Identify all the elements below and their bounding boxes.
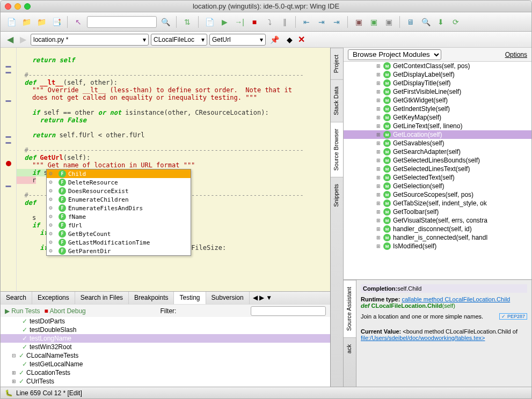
autocomplete-item[interactable]: ⚙ F fUrl	[47, 221, 191, 230]
autocomplete-item[interactable]: ⚙ F fName	[47, 212, 191, 221]
open-file-button[interactable]: 📁	[20, 16, 33, 28]
test-tree[interactable]: ✓ testDotParts ✓ testDoubleSlash ✓ testL…	[1, 317, 330, 387]
tree-item[interactable]: ✓ testGetLocalName	[1, 360, 330, 368]
module-item[interactable]: ⊞MGetSourceScopes(self, pos)	[344, 190, 531, 199]
expand-icon[interactable]: ⊞	[376, 132, 381, 137]
undo-button[interactable]: 📄	[203, 16, 216, 28]
expand-icon[interactable]: ⊞	[376, 72, 381, 77]
expand-icon[interactable]: ⊞	[376, 201, 381, 206]
module-item[interactable]: ⊞MGetLineText(self, lineno)	[344, 122, 531, 130]
runtime-type-link[interactable]: callable method CLocalFileLocation.Child	[402, 296, 510, 302]
expand-icon[interactable]: ⊞	[376, 158, 381, 163]
code-editor[interactable]: ▬ ▬ ▬ ▬ ▬ ▬	[1, 48, 330, 291]
expand-icon[interactable]: ⊞	[376, 80, 381, 86]
autocomplete-item[interactable]: ⚙ F GetByteCount	[47, 230, 191, 238]
module-item[interactable]: ⊞MIsModified(self)	[344, 242, 531, 250]
monitor-button[interactable]: 🖥	[404, 16, 417, 28]
refresh-button[interactable]: ⟳	[449, 16, 462, 28]
tab-search-in-files[interactable]: Search in Files	[75, 292, 129, 304]
nav-back-button[interactable]: ◀	[5, 34, 16, 45]
expand-icon[interactable]: ⊞	[376, 183, 381, 189]
module-item[interactable]: ⊞MGetSavables(self)	[344, 139, 531, 147]
expand-icon[interactable]: ⊞	[376, 243, 381, 249]
module-item[interactable]: ⊞MGetDisplayLabel(self)	[344, 70, 531, 79]
tab-stack-data[interactable]: Stack Data	[331, 79, 343, 122]
breakpoint3-button[interactable]: ▣	[382, 16, 395, 28]
tab-search[interactable]: Search	[1, 292, 32, 304]
tab-exceptions[interactable]: Exceptions	[32, 292, 75, 304]
expand-icon[interactable]: ⊞	[376, 226, 381, 232]
module-item[interactable]: ⊞MGetToolbar(self)	[344, 208, 531, 216]
autocomplete-item[interactable]: ⚙ F DeleteResource	[47, 178, 191, 187]
autocomplete-item[interactable]: ⚙ F Child	[47, 169, 191, 178]
step-button[interactable]: →|	[233, 16, 246, 28]
expand-icon[interactable]: ⊞	[376, 209, 381, 215]
module-tree[interactable]: ⊞MGetContextClass(self, pos) ⊞MGetDispla…	[344, 62, 531, 279]
tree-item[interactable]: ⊞ ✓ CLocationTests	[1, 368, 330, 377]
fold-marker[interactable]: ▬	[1, 182, 16, 188]
new-file-button[interactable]: 📄	[5, 16, 18, 28]
tree-item[interactable]: ✓ testDotParts	[1, 317, 330, 326]
expand-icon[interactable]: ⊞	[376, 98, 381, 103]
expand-icon[interactable]: ⊞	[376, 192, 381, 197]
module-item[interactable]: ⊞Mhandler_is_connected(self, handl	[344, 233, 531, 242]
run-tests-button[interactable]: ▶ Run Tests	[5, 307, 40, 315]
expand-icon[interactable]: ⊞	[11, 379, 17, 384]
fold-marker[interactable]: ▬	[1, 97, 16, 103]
module-item[interactable]: ⊞MGetSelectedText(self)	[344, 173, 531, 182]
close-tab-button[interactable]: ✕	[298, 34, 305, 45]
expand-icon[interactable]: ⊞	[376, 63, 381, 69]
module-item[interactable]: ⊞Mhandler_disconnect(self, id)	[344, 225, 531, 233]
collapse-icon[interactable]: ⊟	[11, 353, 17, 358]
fold-marker[interactable]: ▬	[1, 69, 16, 75]
goto-button[interactable]: ↖	[72, 16, 85, 28]
module-item[interactable]: ⊞MGetSelectedLinesBounds(self)	[344, 156, 531, 165]
download-button[interactable]: ⬇	[434, 16, 447, 28]
tree-item[interactable]: ✓ testWin32Root	[1, 343, 330, 351]
options-link[interactable]: Options	[505, 51, 527, 58]
class-dropdown[interactable]: CLocalFileLoc ▾	[151, 34, 207, 46]
module-item[interactable]: ⊞MGetSelection(self)	[344, 182, 531, 190]
expand-icon[interactable]: ⊞	[376, 166, 381, 172]
replace-button[interactable]: ⇅	[181, 16, 194, 28]
save-all-button[interactable]: 📑	[50, 16, 63, 28]
tree-item[interactable]: ⊞ ✓ CUrlTests	[1, 377, 330, 386]
module-item[interactable]: ⊞MGetTabSize(self, indent_style, ok	[344, 199, 531, 208]
expand-icon[interactable]: ⊞	[376, 89, 381, 94]
editor-gutter[interactable]: ▬ ▬ ▬ ▬ ▬ ▬	[1, 48, 17, 291]
expand-icon[interactable]: ⊞	[376, 115, 381, 120]
tab-ack[interactable]: ack	[344, 337, 356, 360]
fold-marker[interactable]: ▬	[1, 63, 16, 69]
breakpoint-marker[interactable]	[6, 161, 11, 166]
continue-button[interactable]: ⇥	[330, 16, 343, 28]
stop-button[interactable]: ■	[248, 16, 261, 28]
pin-button[interactable]: 📌	[268, 33, 281, 46]
module-item[interactable]: ⊞MGetGtkWidget(self)	[344, 96, 531, 105]
autocomplete-item[interactable]: ⚙ F EnumerateFilesAndDirs	[47, 204, 191, 212]
current-value-link[interactable]: file:/Users/sdeibel/doc/woodworking/tabl…	[361, 335, 485, 341]
filter-input[interactable]	[251, 306, 326, 316]
step-out-button[interactable]: ⇥	[315, 16, 328, 28]
method-dropdown[interactable]: GetUrl ▾	[209, 34, 266, 46]
search-button[interactable]: 🔍	[159, 16, 172, 28]
autocomplete-item[interactable]: ⚙ F GetParentDir	[47, 247, 191, 255]
module-item[interactable]: ⊞MGetIndentStyle(self)	[344, 105, 531, 113]
fold-marker[interactable]: ▬	[1, 133, 16, 139]
expand-icon[interactable]: ⊞	[376, 218, 381, 223]
expand-icon[interactable]: ⊞	[11, 370, 17, 375]
autocomplete-popup[interactable]: ⚙ F Child ⚙ F DeleteResource ⚙ F DoesRes…	[46, 169, 191, 256]
tab-breakpoints[interactable]: Breakpoints	[129, 292, 174, 304]
expand-icon[interactable]: ⊞	[376, 235, 381, 240]
module-item[interactable]: ⊞MGetVisualState(self, errs, constra	[344, 216, 531, 225]
tab-subversion[interactable]: Subversion	[206, 292, 250, 304]
zoom-button[interactable]: 🔍	[419, 16, 432, 28]
maximize-window-button[interactable]	[24, 3, 31, 10]
autocomplete-item[interactable]: ⚙ F GetLastModificationTime	[47, 238, 191, 247]
breakpoint1-button[interactable]: ▣	[352, 16, 365, 28]
autocomplete-item[interactable]: ⚙ F EnumerateChildren	[47, 195, 191, 204]
module-item[interactable]: ⊞MGetLocation(self)	[344, 130, 531, 139]
tree-item[interactable]: ✓ testDoubleSlash	[1, 326, 330, 334]
step-over-button[interactable]: ⤵	[263, 16, 276, 28]
save-button[interactable]: 📁	[35, 16, 48, 28]
pause-button[interactable]: ‖	[278, 16, 291, 28]
